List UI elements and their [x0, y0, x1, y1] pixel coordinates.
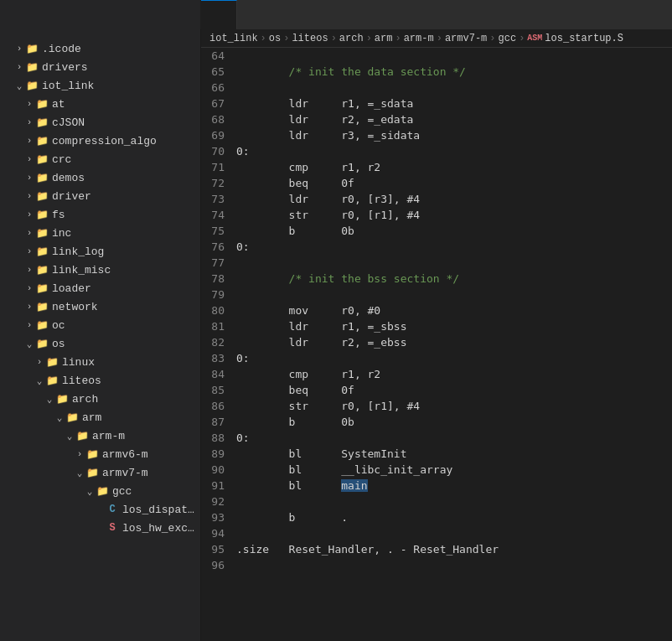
- tree-item[interactable]: ⌄📁arm: [0, 408, 200, 426]
- tree-item-label: arm-m: [92, 430, 125, 442]
- tree-item[interactable]: ⌄📁liteos: [0, 371, 200, 390]
- tree-item[interactable]: ›📁linux: [0, 353, 200, 371]
- sidebar: ›📁.icode›📁drivers⌄📁iot_link›📁at›📁cJSON›📁…: [0, 29, 201, 641]
- tree-item[interactable]: Slos_hw_exc.S: [0, 519, 200, 537]
- line-number: 84: [201, 366, 236, 382]
- tree-item-label: linux: [62, 356, 95, 369]
- tree-item[interactable]: ›📁oc: [0, 316, 200, 334]
- tree-item[interactable]: ›📁demos: [0, 168, 200, 187]
- tree-item[interactable]: ›📁link_log: [0, 242, 200, 261]
- bc-sep3: ›: [331, 33, 337, 44]
- code-line: 95.size Reset_Handler, . - Reset_Handler: [201, 541, 672, 557]
- code-line: 66: [201, 80, 672, 96]
- line-code: cmp r1, r2: [236, 366, 380, 382]
- tree-item[interactable]: ›📁armv6-m: [0, 445, 200, 463]
- bc-sep6: ›: [437, 33, 442, 44]
- line-number: 69: [201, 127, 236, 143]
- breadcrumb-armv7-m: armv7-m: [445, 33, 487, 44]
- tree-item[interactable]: ›📁at: [0, 95, 200, 113]
- line-code: ldr r2, =_edata: [236, 111, 413, 127]
- line-number: 95: [201, 541, 236, 557]
- folder-icon: 📁: [35, 227, 49, 240]
- tree-item[interactable]: ⌄📁gcc: [0, 482, 200, 500]
- line-code: bl SystemInit: [236, 446, 407, 462]
- tree-item[interactable]: ›📁fs: [0, 205, 200, 224]
- tree-arrow: ›: [23, 265, 35, 275]
- tree-item[interactable]: ›📁driver: [0, 187, 200, 205]
- tree-item-label: armv7-m: [102, 467, 148, 479]
- tree-item[interactable]: ›📁cJSON: [0, 113, 200, 132]
- code-content[interactable]: 6465 /* init the data section */6667 ldr…: [201, 48, 672, 641]
- tree-item-label: network: [52, 301, 98, 313]
- breadcrumb-gcc: gcc: [499, 33, 517, 44]
- line-number: 79: [201, 287, 236, 302]
- line-code: beq 0f: [236, 382, 354, 398]
- code-line: 90 bl __libc_init_array: [201, 462, 672, 478]
- tree-item-label: fs: [52, 209, 65, 221]
- line-code: bl __libc_init_array: [236, 462, 452, 478]
- tree-arrow: ⌄: [23, 339, 35, 349]
- breadcrumb: iot_link › os › liteos › arch › arm › ar…: [201, 29, 672, 48]
- tree-item[interactable]: ⌄📁iot_link: [0, 76, 200, 95]
- line-number: 83: [201, 350, 236, 366]
- bc-sep5: ›: [395, 33, 401, 44]
- code-line: 71 cmp r1, r2: [201, 159, 672, 175]
- tree-item[interactable]: Clos_dispatch.c: [0, 500, 200, 519]
- tree-item[interactable]: ›📁compression_algo: [0, 132, 200, 150]
- tree-item[interactable]: ›📁loader: [0, 279, 200, 297]
- line-code: ldr r0, [r3], #4: [236, 191, 420, 207]
- tree-arrow: ⌄: [84, 486, 96, 497]
- code-line: 89 bl SystemInit: [201, 446, 672, 462]
- line-number: 90: [201, 462, 236, 478]
- tree-item-label: los_dispatch.c: [122, 504, 200, 516]
- tree-arrow: ›: [23, 136, 35, 146]
- breadcrumb-liteos: liteos: [292, 33, 328, 44]
- asm-icon: S: [106, 522, 119, 534]
- tree-item-label: inc: [52, 227, 71, 240]
- tree-item[interactable]: ›📁link_misc: [0, 261, 200, 279]
- tree-item[interactable]: ⌄📁armv7-m: [0, 463, 200, 482]
- tree-arrow: ›: [13, 44, 25, 54]
- line-code: /* init the bss section */: [236, 271, 459, 287]
- folder-icon: 📁: [35, 172, 49, 184]
- tree-item-label: crc: [52, 153, 71, 166]
- tree-arrow: ›: [23, 246, 35, 256]
- tree-arrow: ⌄: [74, 468, 85, 478]
- line-number: 77: [201, 255, 236, 271]
- tree-item[interactable]: ›📁.icode: [0, 39, 200, 58]
- file-tree[interactable]: ›📁.icode›📁drivers⌄📁iot_link›📁at›📁cJSON›📁…: [0, 39, 200, 641]
- tree-item[interactable]: ›📁crc: [0, 150, 200, 168]
- tree-arrow: ⌄: [64, 431, 75, 442]
- code-line: 78 /* init the bss section */: [201, 271, 672, 287]
- line-number: 86: [201, 398, 236, 414]
- code-line: 93 b .: [201, 509, 672, 525]
- tree-arrow: ›: [74, 449, 85, 459]
- folder-icon: 📁: [25, 80, 39, 92]
- line-number: 64: [201, 48, 236, 64]
- folder-icon: 📁: [35, 135, 49, 147]
- tree-arrow: ›: [23, 99, 35, 109]
- tree-arrow: ›: [13, 62, 25, 72]
- folder-icon: 📁: [45, 375, 59, 387]
- tree-item[interactable]: ⌄📁arch: [0, 390, 200, 408]
- tree-item[interactable]: ›📁drivers: [0, 58, 200, 76]
- tree-item[interactable]: ⌄📁os: [0, 334, 200, 353]
- folder-icon: 📁: [35, 319, 49, 332]
- code-line: 67 ldr r1, =_sdata: [201, 96, 672, 111]
- tree-item[interactable]: ›📁network: [0, 297, 200, 316]
- line-number: 89: [201, 446, 236, 462]
- tree-arrow: ›: [23, 154, 35, 164]
- code-line: 80 mov r0, #0: [201, 302, 672, 318]
- line-code: .size Reset_Handler, . - Reset_Handler: [236, 541, 499, 557]
- line-number: 88: [201, 430, 236, 446]
- folder-icon: 📁: [75, 430, 89, 442]
- tree-item[interactable]: ›📁inc: [0, 224, 200, 242]
- tree-item-label: los_hw_exc.S: [122, 522, 200, 535]
- folder-icon: 📁: [35, 338, 49, 350]
- tree-item-label: oc: [52, 319, 65, 332]
- tree-arrow: ⌄: [54, 412, 65, 423]
- code-line: 64: [201, 48, 672, 64]
- tab-los-startup[interactable]: [201, 0, 237, 29]
- folder-icon: 📁: [25, 43, 39, 55]
- tree-item[interactable]: ⌄📁arm-m: [0, 426, 200, 445]
